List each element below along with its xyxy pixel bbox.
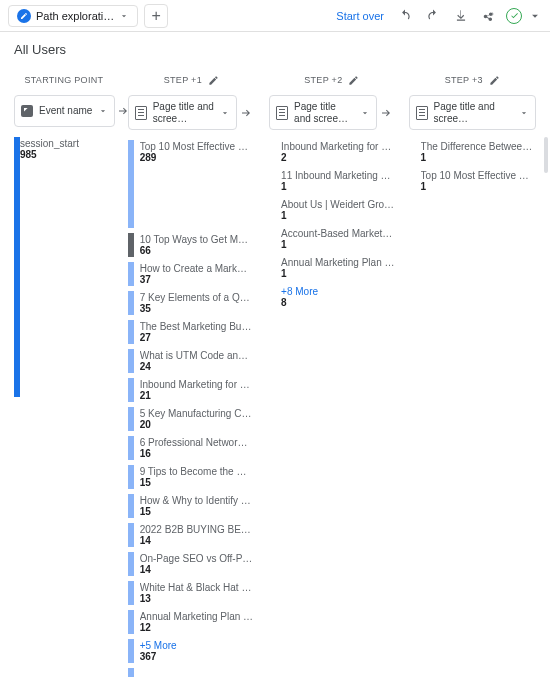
page-icon: [416, 106, 428, 120]
node-bar: [128, 407, 134, 431]
node-value: 27: [140, 332, 255, 343]
start-over-link[interactable]: Start over: [336, 10, 384, 22]
node-item[interactable]: Account-Based Market…1: [269, 227, 395, 251]
node-bar: [128, 378, 134, 402]
node-value: 66: [140, 245, 255, 256]
node-value: 1: [281, 239, 395, 250]
status-menu[interactable]: [528, 5, 542, 27]
node-label: 9 Tips to Become the …: [140, 466, 255, 477]
node-item[interactable]: +8 More8: [269, 285, 395, 309]
node-item[interactable]: 7 Key Elements of a Q…35: [128, 291, 255, 315]
node-start[interactable]: session_start 985: [14, 137, 114, 397]
column-header-s3: STEP +3: [409, 69, 536, 91]
node-label: About Us | Weidert Gro…: [281, 199, 395, 210]
node-item[interactable]: Top 10 Most Effective … 289: [128, 140, 255, 228]
node-bar: [128, 639, 134, 663]
edit-icon[interactable]: [489, 75, 500, 86]
node-item[interactable]: How to Create a Mark…37: [128, 262, 255, 286]
column-header-s1: STEP +1: [128, 69, 255, 91]
node-value: 16: [140, 448, 255, 459]
node-item[interactable]: Annual Marketing Plan …1: [269, 256, 395, 280]
node-item[interactable]: White Hat & Black Hat …13: [128, 581, 255, 605]
node-bar: [269, 256, 275, 280]
node-item[interactable]: 11 Inbound Marketing …1: [269, 169, 395, 193]
start-selector[interactable]: Event name: [14, 95, 115, 127]
node-value: 15: [140, 506, 255, 517]
edit-icon[interactable]: [348, 75, 359, 86]
node-value: 8: [281, 297, 395, 308]
node-item[interactable]: 9 Tips to Become the …15: [128, 465, 255, 489]
node-value: 985: [20, 149, 114, 160]
selector-label: Page title and scree…: [153, 101, 214, 124]
node-bar: [128, 465, 134, 489]
column-step2: STEP +2 Page title and scree… Inbound Ma…: [269, 69, 395, 677]
node-label: 11 Inbound Marketing …: [281, 170, 395, 181]
column-step3: STEP +3 Page title and scree… The Differ…: [409, 69, 536, 677]
node-label: How to Create a Mark…: [140, 263, 255, 274]
node-value: 289: [140, 152, 255, 163]
undo-button[interactable]: [394, 5, 416, 27]
chevron-down-icon: [360, 108, 370, 118]
residual-bar: [128, 668, 134, 677]
status-ok-icon: [506, 8, 522, 24]
node-label: On-Page SEO vs Off-P…: [140, 553, 255, 564]
node-bar: [128, 291, 134, 315]
node-bar: [269, 198, 275, 222]
node-item[interactable]: Inbound Marketing for …21: [128, 378, 255, 402]
node-item[interactable]: Inbound Marketing for …2: [269, 140, 395, 164]
tab-path-exploration[interactable]: Path explorati…: [8, 5, 138, 27]
node-item[interactable]: 10 Top Ways to Get M… 66: [128, 233, 255, 257]
node-value: 2: [281, 152, 395, 163]
chevron-down-icon: [119, 11, 129, 21]
node-item[interactable]: 6 Professional Networ…16: [128, 436, 255, 460]
redo-button[interactable]: [422, 5, 444, 27]
node-label: What is UTM Code an…: [140, 350, 255, 361]
node-value: 13: [140, 593, 255, 604]
node-label: 7 Key Elements of a Q…: [140, 292, 255, 303]
node-value: 1: [421, 152, 536, 163]
node-value: 14: [140, 535, 255, 546]
node-label: Top 10 Most Effective …: [421, 170, 536, 181]
edit-icon[interactable]: [208, 75, 219, 86]
node-label: The Best Marketing Bu…: [140, 321, 255, 332]
node-item[interactable]: The Difference Betwee…1: [409, 140, 536, 164]
node-item[interactable]: What is UTM Code an…24: [128, 349, 255, 373]
node-item[interactable]: The Best Marketing Bu…27: [128, 320, 255, 344]
chevron-down-icon: [220, 108, 230, 118]
node-bar: [128, 262, 134, 286]
node-bar: [128, 436, 134, 460]
node-item[interactable]: 2022 B2B BUYING BE…14: [128, 523, 255, 547]
download-button[interactable]: [450, 5, 472, 27]
add-tab-button[interactable]: +: [144, 4, 168, 28]
step3-selector[interactable]: Page title and scree…: [409, 95, 536, 130]
node-label: Annual Marketing Plan …: [140, 611, 255, 622]
node-item[interactable]: 5 Key Manufacturing C…20: [128, 407, 255, 431]
step2-selector[interactable]: Page title and scree…: [269, 95, 377, 130]
chevron-down-icon: [98, 106, 108, 116]
node-label: 6 Professional Networ…: [140, 437, 255, 448]
node-bar: [128, 552, 134, 576]
scrollbar[interactable]: [544, 137, 548, 173]
arrow-icon: [379, 107, 393, 119]
step1-selector[interactable]: Page title and scree…: [128, 95, 237, 130]
node-item[interactable]: +5 More367: [128, 639, 255, 663]
node-item[interactable]: Annual Marketing Plan …12: [128, 610, 255, 634]
node-item[interactable]: Top 10 Most Effective …1: [409, 169, 536, 193]
selector-label: Event name: [39, 105, 92, 117]
selector-label: Page title and scree…: [434, 101, 513, 124]
node-bar: [128, 581, 134, 605]
node-item[interactable]: About Us | Weidert Gro…1: [269, 198, 395, 222]
node-value: 15: [140, 477, 255, 488]
share-button[interactable]: [478, 5, 500, 27]
node-label: Annual Marketing Plan …: [281, 257, 395, 268]
node-value: 20: [140, 419, 255, 430]
node-item[interactable]: How & Why to Identify …15: [128, 494, 255, 518]
node-item[interactable]: On-Page SEO vs Off-P…14: [128, 552, 255, 576]
node-bar: [269, 169, 275, 193]
toolbar: Path explorati… + Start over: [0, 0, 550, 32]
node-label: Account-Based Market…: [281, 228, 395, 239]
node-value: 37: [140, 274, 255, 285]
node-bar: [128, 494, 134, 518]
selector-label: Page title and scree…: [294, 101, 354, 124]
node-bar: [269, 285, 275, 309]
